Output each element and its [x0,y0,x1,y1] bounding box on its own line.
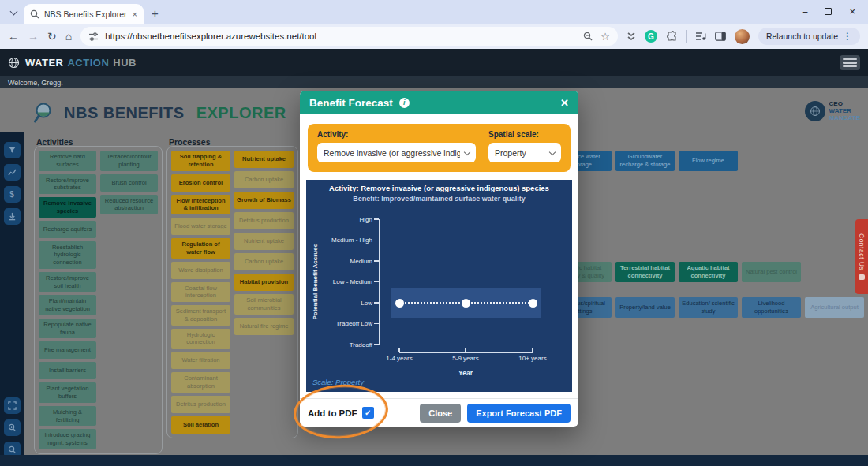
browser-menu-kebab-icon[interactable]: ⋮ [843,31,852,42]
download-icon[interactable] [4,208,21,225]
ceo-water-mandate-logo: CEO WATER MANDATE [805,101,860,121]
site-settings-tune-icon[interactable] [88,32,99,42]
process-button[interactable]: Erosion control [171,174,230,192]
activity-button[interactable]: Fire management [39,341,96,359]
process-button[interactable]: Habitat provision [234,274,294,291]
chat-bubble-icon [859,274,865,280]
x-tick-mark [398,348,400,352]
reload-icon[interactable]: ↻ [47,31,57,42]
info-icon[interactable]: i [399,98,410,108]
new-tab-button[interactable]: + [152,6,159,20]
value-button[interactable]: Agricultural output [805,297,864,318]
value-button[interactable]: Education/ scientific study [679,297,738,318]
value-button[interactable]: Property/land value [615,297,675,318]
dollar-icon[interactable]: $ [4,186,21,203]
activity-button[interactable]: Restore/improve substrates [39,174,96,195]
activity-button[interactable]: Reduced resource abstraction [100,195,158,215]
activity-button[interactable]: Repopulate native fauna [39,319,96,339]
zoom-in-icon[interactable] [4,419,21,436]
window-maximize-icon[interactable] [825,8,832,15]
browser-tab[interactable]: NBS Benefits Explorer × [24,4,144,24]
export-forecast-pdf-button[interactable]: Export Forecast PDF [467,404,571,423]
process-button[interactable]: Growth of Biomass [234,192,294,209]
process-button[interactable]: Detritus production [171,396,230,413]
x-tick-mark [532,348,533,352]
chart-title: Activity: Remove invasive (or aggressive… [306,184,572,192]
activity-button[interactable]: Plant vegetation buffers [39,382,96,403]
activity-button[interactable]: Remove invasive species [39,197,96,218]
activity-button[interactable]: Recharge aquifers [39,221,96,238]
home-icon[interactable]: ⌂ [65,31,72,42]
process-button[interactable]: Nutrient uptake [234,233,294,250]
add-to-pdf-checkbox[interactable]: ✓ [362,407,374,419]
tab-search-button[interactable] [6,6,21,20]
process-button[interactable]: Contaminant absorption [171,372,230,393]
activity-button[interactable]: Restore/improve soil health [39,272,96,293]
tab-title: NBS Benefits Explorer [44,9,128,19]
process-button[interactable]: Detritus production [234,212,294,229]
zoom-out-indicator-icon[interactable] [583,32,593,41]
modal-header: Benefit Forecast i ✕ [300,91,578,114]
activity-button[interactable]: Remove hard surfaces [39,151,96,171]
extension-chevrons-icon[interactable] [627,32,636,41]
process-button[interactable]: Hydrologic connection [171,329,230,349]
back-icon[interactable]: ← [8,31,19,42]
activities-column-2: Terraced/contour plantingBrush controlRe… [100,151,158,214]
omnibox-actions: ☆ [583,31,610,43]
process-button[interactable]: Carbon uptake [234,171,294,188]
grammarly-icon[interactable]: G [645,30,657,43]
process-button[interactable]: Coastal flow interception [171,282,230,303]
process-button[interactable]: Water filtration [171,352,230,369]
media-playlist-icon[interactable] [695,32,706,41]
habitat-button[interactable]: Aquatic habitat connectivity [679,262,738,282]
modal-title: Benefit Forecast [309,97,393,109]
forward-icon[interactable]: → [28,31,39,42]
add-to-pdf-label: Add to PDF [308,408,357,418]
storage-button[interactable]: Groundwater recharge & storage [615,151,675,171]
chart-icon[interactable] [4,164,21,181]
activity-button[interactable]: Brush control [100,174,158,192]
activity-button[interactable]: Install barriers [39,362,96,379]
hamburger-menu-icon[interactable] [840,55,860,70]
window-minimize-icon[interactable]: – [803,6,808,17]
habitat-button[interactable]: Terrestrial habitat connectivity [615,262,675,282]
url-text[interactable]: https://nbsnetbenefitsexplorer.azurewebs… [105,32,577,41]
filter-icon[interactable] [4,142,21,158]
habitat-button[interactable]: Natural pest control [742,262,801,282]
side-panel-icon[interactable] [715,32,726,41]
process-button[interactable]: Regulation of water flow [171,238,230,259]
process-button[interactable]: Natural fire regime [234,318,294,335]
bookmark-star-icon[interactable]: ☆ [600,31,610,43]
activity-button[interactable]: Introduce grazing mgmt. systems [39,429,96,449]
process-button[interactable]: Wave dissipation [171,262,230,279]
storage-button[interactable]: Flow regime [679,151,738,171]
x-tick-label: 1-4 years [386,355,412,362]
process-button[interactable]: Sediment transport & deposition [171,305,230,326]
spatial-scale-select[interactable]: Property [488,143,561,162]
process-button[interactable]: Soil aeration [171,416,230,434]
window-close-icon[interactable]: × [849,6,855,17]
x-tick-mark [465,348,466,352]
process-button[interactable]: Flow interception & infiltration [171,195,230,215]
activity-button[interactable]: Plant/maintain native vegetation [39,295,96,315]
activity-select[interactable]: Remove invasive (or aggressive indigenou… [317,143,476,162]
contact-us-tab[interactable]: Contact Us [855,219,868,294]
close-button[interactable]: Close [420,404,461,423]
process-button[interactable]: Nutrient uptake [234,151,294,168]
activity-button[interactable]: Reestablish hydrologic connection [39,241,96,269]
process-button[interactable]: Soil microbial communities [234,294,294,315]
value-button[interactable]: Livelihood opportunities [742,297,801,318]
activity-button[interactable]: Mulching & fertilizing [39,406,96,427]
activity-button[interactable]: Terraced/contour planting [100,151,158,171]
modal-close-icon[interactable]: ✕ [560,97,569,109]
extensions-puzzle-icon[interactable] [666,31,677,42]
tab-close-icon[interactable]: × [133,9,137,19]
expand-icon[interactable] [4,397,21,414]
tool-sidebar: $ [0,132,24,466]
profile-avatar[interactable] [735,29,750,44]
relaunch-update-button[interactable]: Relaunch to update ⋮ [758,28,860,45]
process-button[interactable]: Carbon uptake [234,253,294,270]
process-button[interactable]: Soil trapping & retention [171,151,230,171]
address-bar[interactable]: https://nbsnetbenefitsexplorer.azurewebs… [80,27,618,46]
process-button[interactable]: Flood water storage [171,218,230,235]
